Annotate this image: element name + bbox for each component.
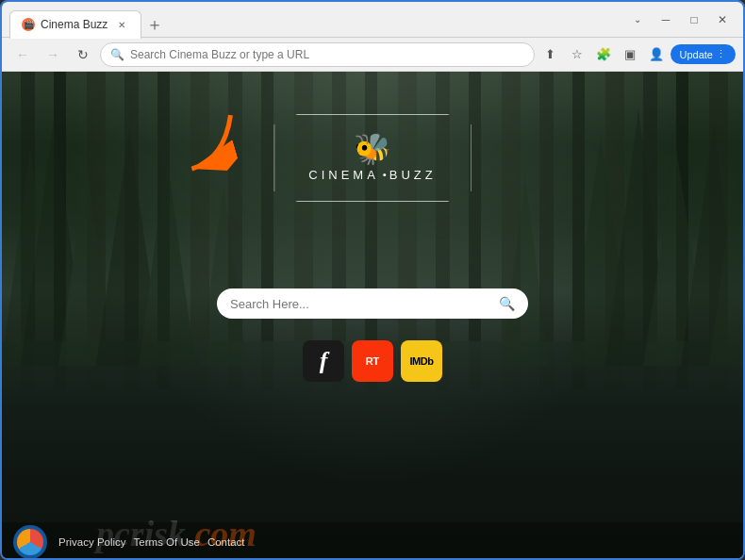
logo-frame: 🐝 CINEMA BUZZ [273, 114, 472, 202]
toolbar-actions: ⬆ ☆ 🧩 ▣ 👤 Update ⋮ [538, 42, 736, 67]
logo-outer-border [268, 108, 477, 207]
footer-terms-of-use[interactable]: Terms Of Use [130, 535, 204, 550]
minimize-button[interactable]: ─ [653, 7, 679, 33]
logo-area: 🐝 CINEMA BUZZ [273, 114, 472, 202]
footer-badge [13, 525, 47, 559]
footer-contact[interactable]: Contact [204, 535, 249, 550]
window-controls: ─ □ ✕ [653, 7, 736, 33]
tab-bar: 🎬 Cinema Buzz ✕ ＋ [9, 2, 622, 38]
footer-privacy-policy[interactable]: Privacy Policy [55, 535, 130, 550]
browser-content: 🐝 CINEMA BUZZ 🔍 f RT IMDb pcrisk.com [2, 72, 743, 560]
tabs-dropdown-icon[interactable]: ⌄ [626, 8, 649, 31]
footer-links: Privacy Policy Terms Of Use Contact [55, 535, 249, 550]
toolbar: ← → ↻ 🔍 ⬆ ☆ 🧩 ▣ 👤 Update ⋮ [2, 38, 743, 72]
search-button[interactable]: 🔍 [499, 296, 515, 311]
new-tab-button[interactable]: ＋ [141, 11, 168, 38]
rotten-tomatoes-icon[interactable]: RT [352, 340, 393, 382]
imdb-icon[interactable]: IMDb [401, 340, 442, 382]
bookmark-icon[interactable]: ☆ [565, 42, 589, 67]
share-icon[interactable]: ⬆ [538, 42, 563, 67]
search-input[interactable] [230, 297, 491, 311]
refresh-button[interactable]: ↻ [70, 41, 96, 68]
back-button[interactable]: ← [9, 41, 36, 68]
tab-title: Cinema Buzz [41, 18, 108, 31]
tab-close-button[interactable]: ✕ [114, 17, 129, 32]
site-icon-row: f RT IMDb [303, 340, 442, 382]
svg-marker-10 [200, 186, 247, 366]
update-button[interactable]: Update ⋮ [670, 44, 736, 64]
extensions-icon[interactable]: 🧩 [591, 42, 616, 67]
footer-area: Privacy Policy Terms Of Use Contact [2, 522, 743, 560]
update-menu-icon: ⋮ [716, 48, 726, 60]
maximize-button[interactable]: □ [681, 7, 707, 33]
address-bar[interactable]: 🔍 [100, 42, 535, 67]
close-button[interactable]: ✕ [709, 7, 736, 33]
footer-badge-inner [17, 529, 43, 555]
address-search-icon: 🔍 [110, 48, 124, 61]
search-area[interactable]: 🔍 [217, 288, 528, 319]
profile-icon[interactable]: 👤 [644, 42, 669, 67]
browser-tab[interactable]: 🎬 Cinema Buzz ✕ [9, 10, 141, 39]
search-box[interactable]: 🔍 [217, 288, 528, 319]
forward-button[interactable]: → [40, 41, 66, 68]
svg-marker-11 [502, 176, 549, 366]
window-chrome: 🎬 Cinema Buzz ✕ ＋ ⌄ ─ □ ✕ [2, 2, 743, 38]
address-input[interactable] [130, 48, 524, 61]
fandango-icon[interactable]: f [303, 340, 344, 382]
sidebar-icon[interactable]: ▣ [618, 42, 642, 67]
tab-favicon: 🎬 [22, 18, 35, 31]
